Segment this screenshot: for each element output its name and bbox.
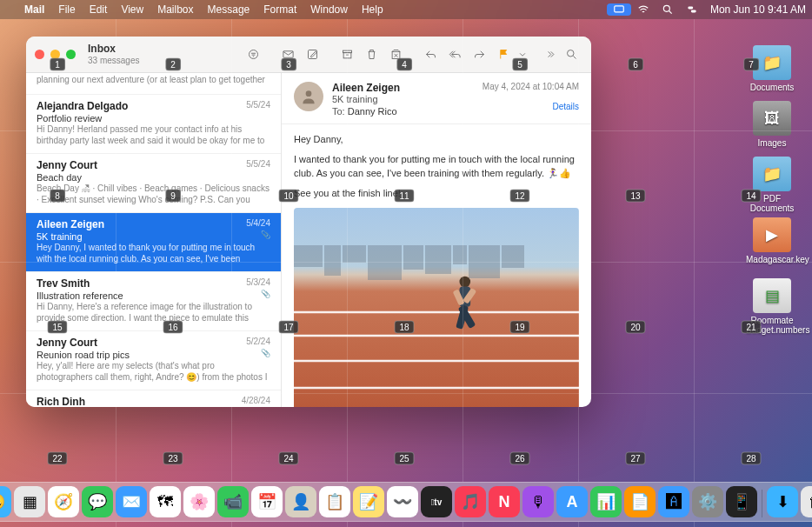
dock-settings[interactable]: ⚙️ xyxy=(692,486,723,517)
menu-help[interactable]: Help xyxy=(355,3,390,16)
dock-safari[interactable]: 🧭 xyxy=(48,486,79,517)
svg-point-1 xyxy=(663,5,669,11)
menubar-clock[interactable]: Mon Jun 10 9:41 AM xyxy=(704,3,812,16)
dock-appstore2[interactable]: 🅰 xyxy=(658,486,689,517)
dock-podcasts[interactable]: 🎙 xyxy=(522,486,554,517)
message-date: 5/5/24 xyxy=(246,100,270,110)
desktop-documents-folder[interactable]: 📁 Documents xyxy=(746,45,798,92)
message-item[interactable]: planning our next adventure (or at least… xyxy=(26,73,281,95)
details-button[interactable]: Details xyxy=(483,102,579,111)
filter-button[interactable] xyxy=(242,44,264,65)
dock-numbers[interactable]: 📊 xyxy=(590,486,622,517)
message-item[interactable]: Rich Dinh4/28/24📎Trip to Zion National P… xyxy=(26,390,281,407)
reply-all-button[interactable] xyxy=(443,44,466,65)
message-datetime: May 4, 2024 at 10:04 AM xyxy=(483,82,579,91)
message-date: 5/4/24 xyxy=(246,218,270,228)
grid-number: 24 xyxy=(278,452,298,465)
dock-mail[interactable]: ✉️ xyxy=(116,486,147,517)
spotlight-icon[interactable] xyxy=(656,3,680,16)
dock-reminders[interactable]: 📋 xyxy=(319,486,350,517)
message-item[interactable]: Aileen Zeigen5/4/24📎5K trainingHey Danny… xyxy=(26,213,281,272)
close-button[interactable] xyxy=(35,50,44,59)
message-item[interactable]: Jenny Court5/5/24Beach dayBeach Day 🏖 · … xyxy=(26,154,281,213)
svg-rect-12 xyxy=(343,53,351,58)
desktop-icon-label: Roommate Budget.numbers xyxy=(746,316,798,335)
message-subject: 5K training xyxy=(332,94,474,104)
menu-mailbox[interactable]: Mailbox xyxy=(150,3,200,16)
attachment-icon: 📎 xyxy=(261,230,270,239)
desktop-icon-label: Images xyxy=(746,138,798,148)
control-center-icon[interactable] xyxy=(680,3,704,16)
dock-pages[interactable]: 📄 xyxy=(624,486,656,517)
menu-message[interactable]: Message xyxy=(201,3,257,16)
message-from[interactable]: Aileen Zeigen xyxy=(332,82,474,94)
svg-rect-0 xyxy=(615,6,624,12)
dock: 😀▦🧭💬✉️🗺🌸📹📅👤📋📝〰️tv🎵N🎙A📊📄🅰⚙️📱⬇🗑 xyxy=(0,482,812,522)
dock-downloads[interactable]: ⬇ xyxy=(767,486,798,517)
menu-edit[interactable]: Edit xyxy=(83,3,115,16)
desktop-keynote-file[interactable]: ▶ Madagascar.key xyxy=(746,217,798,264)
message-attachment-image[interactable] xyxy=(294,208,579,407)
desktop-pdf-folder[interactable]: 📁 PDF Documents xyxy=(746,157,798,213)
screen-mirroring-icon[interactable] xyxy=(607,3,631,16)
reply-button[interactable] xyxy=(419,44,442,65)
dock-facetime[interactable]: 📹 xyxy=(217,486,249,517)
grid-number: 28 xyxy=(741,452,761,465)
dock-appstore[interactable]: A xyxy=(556,486,588,517)
message-item[interactable]: Alejandra Delgado5/5/24Portfolio reviewH… xyxy=(26,95,281,154)
avatar xyxy=(294,82,323,111)
body-line: Hey Danny, xyxy=(294,133,579,146)
menu-window[interactable]: Window xyxy=(303,3,355,16)
minimize-button[interactable] xyxy=(50,50,60,59)
message-item[interactable]: Trev Smith5/3/24📎Illustration referenceH… xyxy=(26,272,281,331)
grid-number: 6 xyxy=(628,58,643,71)
delete-button[interactable] xyxy=(360,44,383,65)
dock-notes[interactable]: 📝 xyxy=(353,486,384,517)
archive-button[interactable] xyxy=(336,44,358,65)
message-sender: Rich Dinh xyxy=(37,396,270,407)
grid-number: 22 xyxy=(47,452,67,465)
get-mail-button[interactable] xyxy=(276,44,299,65)
search-button[interactable] xyxy=(560,44,582,65)
message-item[interactable]: Jenny Court5/2/24📎Reunion road trip pics… xyxy=(26,331,281,390)
dock-tv[interactable]: tv xyxy=(421,486,452,517)
message-list[interactable]: planning our next adventure (or at least… xyxy=(26,73,282,407)
numbers-icon: ▤ xyxy=(753,278,791,313)
message-list-subject: Reunion road trip pics xyxy=(37,350,270,360)
dock-news[interactable]: N xyxy=(489,486,520,517)
menubar: Mail File Edit View Mailbox Message Form… xyxy=(0,0,812,19)
dock-calendar[interactable]: 📅 xyxy=(251,486,283,517)
dock-photos[interactable]: 🌸 xyxy=(183,486,215,517)
dock-contacts[interactable]: 👤 xyxy=(285,486,316,517)
desktop-icon-label: PDF Documents xyxy=(746,194,798,213)
dock-launchpad[interactable]: ▦ xyxy=(14,486,45,517)
menu-file[interactable]: File xyxy=(51,3,82,16)
message-preview: Hey Danny, I wanted to thank you for put… xyxy=(37,243,270,264)
junk-button[interactable] xyxy=(384,44,407,65)
desktop-numbers-file[interactable]: ▤ Roommate Budget.numbers xyxy=(746,278,798,335)
grid-number: 27 xyxy=(625,452,645,465)
wifi-icon[interactable] xyxy=(631,3,656,16)
desktop-icon-label: Madagascar.key xyxy=(746,255,798,264)
dock-maps[interactable]: 🗺 xyxy=(150,486,181,517)
zoom-button[interactable] xyxy=(66,50,76,59)
forward-button[interactable] xyxy=(468,44,490,65)
dock-finder[interactable]: 😀 xyxy=(0,486,11,517)
dock-iphone[interactable]: 📱 xyxy=(726,486,757,517)
menu-view[interactable]: View xyxy=(114,3,150,16)
message-body[interactable]: Hey Danny, I wanted to thank you for put… xyxy=(282,124,591,407)
more-button[interactable] xyxy=(541,44,558,65)
flag-menu-button[interactable] xyxy=(516,44,529,65)
dock-messages[interactable]: 💬 xyxy=(82,486,113,517)
dock-trash[interactable]: 🗑 xyxy=(801,486,812,517)
menu-format[interactable]: Format xyxy=(256,3,303,16)
desktop-images-folder[interactable]: 🖼 Images xyxy=(746,101,798,148)
folder-icon: 📁 xyxy=(753,45,791,80)
mail-titlebar[interactable]: Inbox 33 messages xyxy=(26,37,591,73)
compose-button[interactable] xyxy=(301,44,323,65)
app-name[interactable]: Mail xyxy=(17,3,51,16)
dock-freeform[interactable]: 〰️ xyxy=(387,486,418,517)
svg-point-5 xyxy=(249,50,257,59)
dock-music[interactable]: 🎵 xyxy=(455,486,486,517)
flag-button[interactable] xyxy=(492,44,515,65)
